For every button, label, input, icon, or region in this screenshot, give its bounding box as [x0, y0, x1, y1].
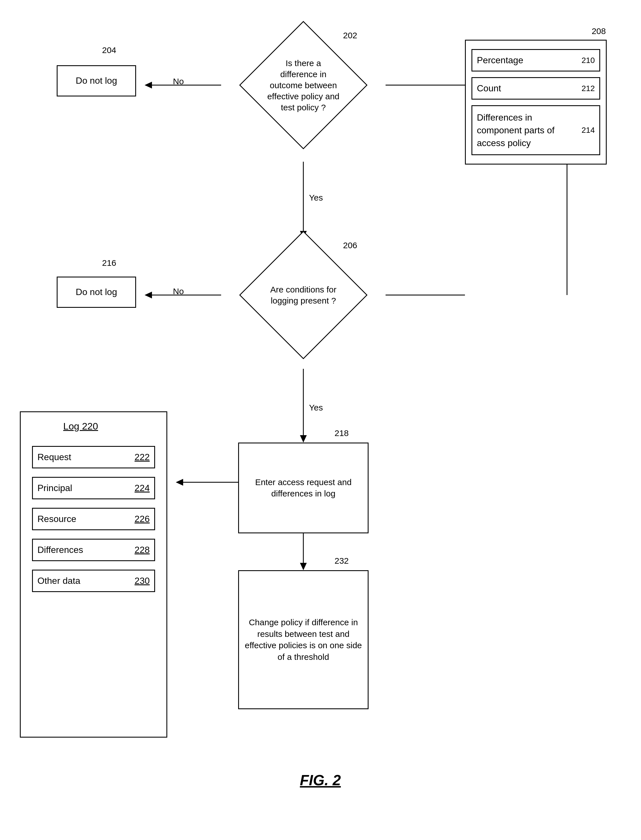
log-outer-box: Log 220 Request 222 Principal 224 Resour…: [20, 411, 167, 738]
no-label-2: No: [173, 286, 184, 296]
svg-marker-11: [176, 479, 183, 486]
log-item-other-data: Other data 230: [32, 570, 155, 592]
yes-label-1: Yes: [309, 193, 323, 202]
change-policy-box: Change policy if difference in results b…: [238, 570, 369, 709]
do-not-log-2: Do not log: [57, 276, 136, 308]
condition-differences: Differences in component parts of access…: [472, 105, 600, 155]
log-item-principal: Principal 224: [32, 477, 155, 499]
log-item-resource: Resource 226: [32, 508, 155, 530]
ref-206: 206: [343, 241, 357, 250]
condition-percentage: Percentage 210: [472, 49, 600, 71]
ref-208: 208: [592, 26, 606, 36]
diamond1-wrapper: Is there a difference in outcome between…: [221, 28, 386, 142]
svg-marker-7: [300, 435, 307, 443]
ref-204: 204: [102, 45, 116, 55]
figure-caption: FIG. 2: [255, 772, 386, 789]
log-item-request: Request 222: [32, 446, 155, 468]
do-not-log-1: Do not log: [57, 65, 136, 97]
log-title: Log 220: [63, 421, 198, 432]
condition-count: Count 212: [472, 77, 600, 100]
diagram-container: Is there a difference in outcome between…: [0, 0, 641, 840]
conditions-outer-box: 208 Percentage 210 Count 212 Differences…: [465, 40, 607, 165]
diamond2-wrapper: Are conditions for logging present ?: [221, 238, 386, 352]
svg-marker-3: [145, 82, 152, 89]
ref-218: 218: [335, 428, 349, 438]
no-label-1: No: [173, 77, 184, 86]
ref-202: 202: [343, 31, 357, 40]
svg-marker-5: [145, 292, 152, 299]
svg-marker-9: [300, 563, 307, 570]
log-item-differences: Differences 228: [32, 539, 155, 561]
ref-216: 216: [102, 258, 116, 268]
enter-access-box: Enter access request and differences in …: [238, 443, 369, 533]
yes-label-2: Yes: [309, 403, 323, 412]
ref-232: 232: [335, 556, 349, 566]
